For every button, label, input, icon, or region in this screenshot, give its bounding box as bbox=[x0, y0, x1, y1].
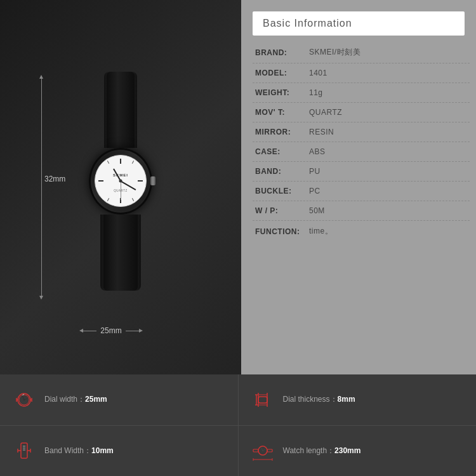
spec-value: SKMEI/时刻美 bbox=[309, 47, 360, 58]
dimension-width-label: 25mm bbox=[96, 326, 125, 335]
watch-area: 32mm SKMEI bbox=[0, 0, 241, 374]
dim-arrow-bottom bbox=[39, 296, 43, 300]
spec-row: CASE:ABS bbox=[253, 142, 470, 162]
dimension-height-label: 32mm bbox=[44, 175, 65, 183]
center-dot bbox=[119, 180, 122, 183]
info-panel: Basic Information BRAND:SKMEI/时刻美MODEL:1… bbox=[241, 0, 476, 374]
dial-width-icon bbox=[13, 388, 36, 411]
spec-key: MODEL: bbox=[255, 69, 309, 77]
spec-value: QUARTZ bbox=[309, 108, 342, 117]
spec-value: 11g bbox=[309, 88, 323, 97]
spec-row: MODEL:1401 bbox=[253, 63, 470, 83]
svg-point-31 bbox=[262, 450, 263, 451]
svg-point-9 bbox=[23, 399, 25, 400]
spec-row: WEIGHT:11g bbox=[253, 83, 470, 103]
watch-crown bbox=[150, 176, 155, 185]
spec-key: BRAND: bbox=[255, 48, 309, 57]
spec-value: PC bbox=[309, 187, 321, 195]
svg-rect-27 bbox=[253, 449, 258, 452]
marker-9 bbox=[98, 180, 103, 182]
bottom-bar: Dial width：25mm Dial thickness：8mm bbox=[0, 374, 476, 476]
spec-cell-dial-width: Dial width：25mm bbox=[0, 374, 239, 425]
watch-length-text: Watch length：230mm bbox=[283, 446, 361, 456]
spec-row-2: Band Width：10mm Watch length bbox=[0, 426, 476, 477]
spec-cell-band-width: Band Width：10mm bbox=[0, 426, 239, 477]
dim-line-horizontal bbox=[83, 331, 96, 331]
dial-thickness-icon bbox=[251, 388, 274, 411]
watch-length-icon bbox=[251, 439, 274, 462]
watch-face: SKMEI QUARTZ bbox=[95, 155, 147, 207]
svg-rect-28 bbox=[267, 449, 272, 452]
main-area: 32mm SKMEI bbox=[0, 0, 476, 374]
dial-thickness-text: Dial thickness：8mm bbox=[283, 394, 355, 405]
spec-key: BAND: bbox=[255, 167, 309, 176]
svg-rect-10 bbox=[258, 397, 267, 403]
spec-key: FUNCTION: bbox=[255, 227, 309, 236]
watch-case: SKMEI QUARTZ bbox=[89, 148, 152, 215]
spec-key: CASE: bbox=[255, 147, 309, 156]
spec-row: FUNCTION:time。 bbox=[253, 221, 470, 242]
dim-line-vertical bbox=[41, 79, 42, 296]
watch-band-top bbox=[104, 72, 137, 148]
dim-arrow-right bbox=[139, 329, 143, 333]
marker-3 bbox=[138, 180, 143, 182]
watch-band-bottom bbox=[100, 215, 141, 291]
spec-value: 1401 bbox=[309, 69, 327, 77]
spec-value: RESIN bbox=[309, 128, 334, 136]
band-width-text: Band Width：10mm bbox=[44, 446, 114, 456]
spec-row: BRAND:SKMEI/时刻美 bbox=[253, 42, 470, 63]
spec-value: time。 bbox=[309, 226, 333, 237]
svg-rect-18 bbox=[21, 443, 27, 458]
band-width-icon bbox=[13, 439, 36, 462]
marker-12 bbox=[120, 159, 121, 164]
spec-row: BUCKLE:PC bbox=[253, 182, 470, 201]
spec-value: PU bbox=[309, 167, 321, 176]
spec-row: MOV' T:QUARTZ bbox=[253, 103, 470, 122]
watch: SKMEI QUARTZ bbox=[89, 72, 152, 291]
spec-key: MIRROR: bbox=[255, 128, 309, 136]
dial-width-text: Dial width：25mm bbox=[44, 394, 107, 405]
info-title: Basic Information bbox=[263, 18, 352, 29]
spec-row: BAND:PU bbox=[253, 162, 470, 182]
svg-line-6 bbox=[22, 394, 24, 395]
spec-row: W / P:50M bbox=[253, 201, 470, 221]
spec-key: W / P: bbox=[255, 206, 309, 215]
tick-3 bbox=[132, 198, 134, 201]
spec-cell-dial-thickness: Dial thickness：8mm bbox=[239, 374, 477, 425]
tick-2 bbox=[107, 161, 109, 164]
dim-line-horizontal-2 bbox=[126, 331, 139, 331]
info-title-box: Basic Information bbox=[253, 11, 465, 36]
spec-key: BUCKLE: bbox=[255, 187, 309, 195]
spec-value: ABS bbox=[309, 147, 326, 156]
spec-row: MIRROR:RESIN bbox=[253, 122, 470, 142]
tick-1 bbox=[132, 161, 134, 164]
spec-cell-watch-length: Watch length：230mm bbox=[239, 426, 477, 477]
specs-list: BRAND:SKMEI/时刻美MODEL:1401WEIGHT:11gMOV' … bbox=[253, 42, 470, 242]
spec-value: 50M bbox=[309, 206, 325, 215]
spec-key: MOV' T: bbox=[255, 108, 309, 117]
second-hand bbox=[121, 181, 121, 200]
spec-row-1: Dial width：25mm Dial thickness：8mm bbox=[0, 374, 476, 426]
tick-4 bbox=[107, 198, 109, 201]
spec-key: WEIGHT: bbox=[255, 88, 309, 97]
